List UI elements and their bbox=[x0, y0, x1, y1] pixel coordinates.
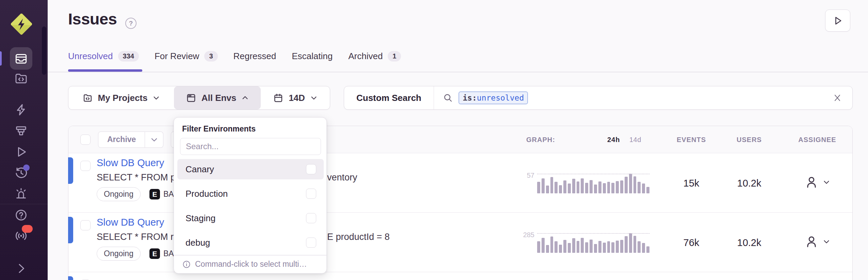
dropdown-footer-text: Command-click to select multi… bbox=[195, 260, 307, 269]
history-notification-dot bbox=[23, 164, 30, 171]
search-token-key: is: bbox=[463, 93, 477, 102]
main-content: Issues ? Unresolved 334 For Review 3 Reg… bbox=[48, 0, 868, 280]
env-option-checkbox[interactable] bbox=[306, 189, 316, 199]
event-graph: 285 bbox=[523, 232, 650, 253]
issues-inbox-icon[interactable] bbox=[14, 52, 28, 66]
tab-regressed[interactable]: Regressed bbox=[234, 51, 276, 62]
environment-filter-button[interactable]: All Envs bbox=[174, 86, 261, 109]
assignee-selector[interactable] bbox=[787, 175, 848, 189]
project-filter-button[interactable]: My Projects bbox=[68, 86, 174, 109]
search-token-value: unresolved bbox=[477, 93, 524, 102]
org-logo[interactable] bbox=[11, 14, 32, 35]
users-count: 10.2k bbox=[720, 237, 778, 248]
env-option-label: Canary bbox=[186, 164, 214, 175]
issue-subtitle-left: SELECT * FROM re bbox=[97, 232, 179, 242]
chevron-down-icon bbox=[150, 136, 158, 144]
env-option-label: debug bbox=[186, 238, 210, 248]
assignee-person-icon bbox=[804, 175, 819, 189]
column-header-assignee: ASSIGNEE bbox=[787, 126, 848, 153]
env-option-canary[interactable]: Canary bbox=[177, 159, 324, 179]
env-option-production[interactable]: Production bbox=[177, 183, 324, 204]
unread-indicator bbox=[68, 217, 73, 243]
environment-options: Canary Production Staging debug bbox=[177, 159, 324, 257]
tab-unresolved[interactable]: Unresolved 334 bbox=[68, 51, 139, 62]
sidebar-expand-chevron-icon[interactable] bbox=[14, 262, 28, 275]
env-option-debug[interactable]: debug bbox=[177, 232, 324, 253]
issue-subtitle-right: ventory bbox=[327, 172, 357, 183]
search-divider bbox=[434, 86, 434, 109]
sidebar-divider bbox=[0, 204, 48, 204]
select-all-checkbox[interactable] bbox=[80, 135, 91, 145]
sparkline-chart bbox=[537, 174, 649, 193]
sidebar bbox=[0, 0, 48, 280]
issue-badges: Ongoing E BAC bbox=[97, 247, 179, 261]
graph-range-14d[interactable]: 14d bbox=[629, 126, 641, 153]
environment-search-input[interactable] bbox=[180, 138, 321, 155]
tabs-divider bbox=[48, 72, 868, 72]
env-option-checkbox[interactable] bbox=[306, 213, 316, 223]
clear-search-icon[interactable] bbox=[833, 93, 842, 103]
page-filter-bar: My Projects All Envs 1 bbox=[68, 86, 330, 110]
platform-icon: E bbox=[149, 248, 160, 259]
column-header-events: EVENTS bbox=[662, 126, 720, 153]
broadcast-notification-dot bbox=[22, 225, 33, 233]
explore-folder-code-icon[interactable] bbox=[14, 72, 28, 85]
tab-label: Unresolved bbox=[68, 51, 113, 62]
assignee-person-icon bbox=[804, 234, 819, 249]
env-option-checkbox[interactable] bbox=[306, 238, 316, 248]
unread-indicator bbox=[68, 276, 73, 280]
archive-dropdown-button[interactable] bbox=[145, 132, 163, 148]
tab-archived[interactable]: Archived 1 bbox=[348, 51, 401, 62]
search-icon bbox=[443, 93, 453, 103]
custom-search-button[interactable]: Custom Search bbox=[344, 93, 434, 103]
event-graph: 57 bbox=[523, 172, 650, 194]
environment-dropdown: Filter Environments Canary Production St… bbox=[174, 117, 327, 274]
row-checkbox[interactable] bbox=[80, 161, 91, 171]
lightning-bolt-icon[interactable] bbox=[14, 103, 28, 117]
env-option-staging[interactable]: Staging bbox=[177, 208, 324, 228]
chevron-up-icon bbox=[241, 94, 249, 102]
env-option-label: Production bbox=[186, 189, 228, 199]
page-help-icon[interactable]: ? bbox=[125, 18, 136, 29]
column-header-users: USERS bbox=[720, 126, 778, 153]
dropdown-footer-divider bbox=[174, 255, 326, 256]
funnel-stack-icon[interactable] bbox=[14, 124, 28, 138]
users-count: 10.2k bbox=[720, 178, 778, 189]
issue-title-link[interactable]: Slow DB Query bbox=[97, 157, 164, 169]
assignee-selector[interactable] bbox=[787, 234, 848, 249]
active-tab-underline bbox=[68, 69, 142, 72]
tab-for-review[interactable]: For Review 3 bbox=[155, 51, 218, 62]
issue-title-link[interactable]: Slow DB Query bbox=[97, 217, 164, 228]
date-range-filter-button[interactable]: 14D bbox=[261, 86, 330, 109]
info-icon bbox=[182, 260, 191, 269]
tab-count-badge: 3 bbox=[204, 51, 218, 62]
tab-label: Archived bbox=[348, 51, 383, 62]
calendar-icon bbox=[273, 93, 284, 103]
chevron-down-icon bbox=[152, 94, 160, 102]
archive-button[interactable]: Archive bbox=[98, 132, 145, 148]
unread-indicator bbox=[68, 157, 73, 184]
events-count: 76k bbox=[662, 237, 720, 248]
issue-tabs: Unresolved 334 For Review 3 Regressed Es… bbox=[68, 51, 401, 62]
graph-range-24h[interactable]: 24h bbox=[607, 126, 620, 153]
sidebar-scrollbar[interactable] bbox=[42, 27, 46, 75]
env-option-checkbox[interactable] bbox=[306, 164, 316, 174]
play-icon bbox=[832, 15, 843, 27]
archive-button-group: Archive bbox=[98, 132, 163, 148]
date-range-label: 14D bbox=[289, 93, 305, 103]
graph-max-label: 57 bbox=[523, 172, 534, 179]
row-checkbox[interactable] bbox=[80, 220, 91, 230]
env-option-label: Staging bbox=[186, 213, 215, 224]
projects-icon bbox=[82, 93, 93, 103]
replays-play-icon[interactable] bbox=[14, 145, 28, 159]
search-token[interactable]: is:unresolved bbox=[459, 91, 528, 104]
platform-icon: E bbox=[149, 189, 160, 199]
tab-escalating[interactable]: Escalating bbox=[292, 51, 333, 62]
help-icon[interactable] bbox=[14, 208, 28, 222]
play-demo-button[interactable] bbox=[825, 10, 850, 32]
environment-filter-label: All Envs bbox=[202, 93, 237, 103]
tab-count-badge: 334 bbox=[118, 51, 139, 62]
issue-badges: Ongoing E BAC bbox=[97, 187, 179, 201]
alerts-siren-icon[interactable] bbox=[14, 187, 28, 200]
tab-label: Escalating bbox=[292, 51, 333, 62]
